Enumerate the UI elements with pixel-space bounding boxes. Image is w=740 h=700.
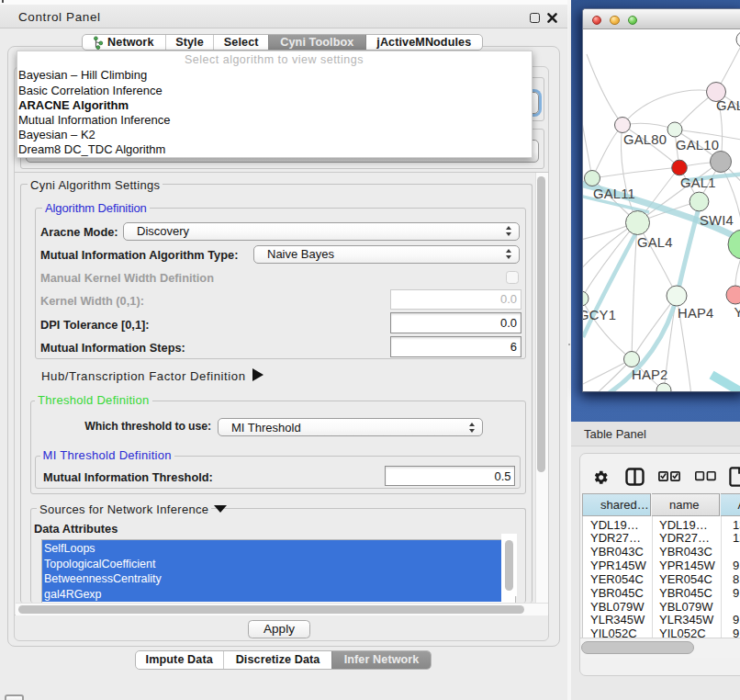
list-scrollbar-thumb[interactable]: [505, 540, 513, 591]
table-cell[interactable]: 13.: [733, 519, 740, 533]
tab-select[interactable]: Select: [213, 35, 268, 51]
table-body[interactable]: YDL19… YDL19… 13. YDR27… YDR27… 12. YBR0…: [582, 516, 740, 638]
list-item[interactable]: BetweennessCentrality: [44, 571, 411, 587]
tab-infer-network[interactable]: Infer Network: [331, 651, 431, 669]
select-all-icon[interactable]: [658, 471, 681, 481]
table-cell[interactable]: YIL052C: [659, 627, 706, 638]
table-cell[interactable]: YDL19…: [659, 519, 708, 533]
node-label: GAL11: [593, 186, 635, 201]
mi-threshold-field[interactable]: 0.5: [385, 466, 516, 486]
expand-arrow-icon[interactable]: [252, 368, 263, 381]
which-threshold-combobox[interactable]: MI Threshold: [218, 418, 483, 436]
document-icon[interactable]: [729, 467, 740, 487]
tab-style-label: Style: [175, 36, 204, 49]
table-cell[interactable]: 9.: [733, 587, 740, 601]
column-header-third[interactable]: A: [721, 493, 740, 516]
mi-type-combobox[interactable]: Naive Bayes: [253, 245, 520, 264]
minimize-traffic-light[interactable]: [610, 16, 620, 26]
dpi-tolerance-field[interactable]: 0.0: [390, 312, 521, 333]
table-cell[interactable]: YBR045C: [590, 587, 644, 601]
split-columns-icon[interactable]: [625, 468, 645, 486]
zoom-traffic-light[interactable]: [628, 16, 638, 26]
deselect-all-icon[interactable]: [695, 471, 717, 480]
table-cell[interactable]: YBL079W: [659, 601, 713, 615]
close-icon[interactable]: [547, 13, 557, 23]
tab-style[interactable]: Style: [165, 35, 214, 51]
mi-type-label: Mutual Information Algorithm Type:: [40, 248, 238, 262]
tab-cyni-toolbox-label: Cyni Toolbox: [280, 36, 353, 49]
table-cell[interactable]: YDR27…: [659, 532, 710, 546]
node-label: GCY1: [583, 308, 616, 322]
kernel-width-field[interactable]: 0.0: [390, 289, 521, 310]
apply-button-label: Apply: [263, 622, 295, 636]
network-view-window[interactable]: GAL GAL80 GAL10 GAL1 GAL11 SWI4 GAL4 GCY…: [582, 8, 740, 392]
table-hscrollbar-thumb[interactable]: [581, 641, 694, 654]
tab-impute-data[interactable]: Impute Data: [136, 651, 223, 669]
table-cell[interactable]: YPR145W: [590, 559, 646, 573]
data-attributes-label: Data Attributes: [34, 522, 118, 536]
node-label: GAL4: [637, 235, 673, 250]
close-traffic-light[interactable]: [592, 16, 602, 26]
list-item[interactable]: TopologicalCoefficient: [44, 557, 411, 572]
tab-network[interactable]: Network: [83, 35, 165, 51]
table-cell[interactable]: YPR145W: [659, 559, 715, 573]
mi-threshold-title: MI Threshold Definition: [40, 448, 174, 462]
apply-button[interactable]: Apply: [248, 620, 310, 638]
gear-icon[interactable]: [593, 469, 610, 486]
tab-cyni-toolbox[interactable]: Cyni Toolbox: [268, 35, 365, 51]
popup-item[interactable]: Dream8 DC_TDC Algorithm: [18, 142, 165, 157]
mi-steps-label: Mutual Information Steps:: [40, 341, 185, 355]
table-cell[interactable]: 9.: [733, 559, 740, 573]
column-header-shared-label: shared…: [600, 498, 649, 512]
network-graph[interactable]: GAL GAL80 GAL10 GAL1 GAL11 SWI4 GAL4 GCY…: [583, 29, 740, 392]
table-cell[interactable]: YLR345W: [659, 614, 713, 627]
column-header-shared[interactable]: shared…: [582, 493, 651, 516]
popup-item[interactable]: Bayesian – K2: [18, 128, 95, 142]
tab-network-label: Network: [107, 36, 153, 49]
node-label: HAP2: [632, 367, 667, 382]
top-edge-mark: [2, 0, 4, 3]
table-cell[interactable]: YDL19…: [590, 519, 639, 533]
kernel-width-label: Kernel Width (0,1):: [40, 294, 144, 308]
aracne-mode-combobox[interactable]: Discovery: [123, 222, 520, 241]
vertical-scrollbar-thumb[interactable]: [537, 176, 545, 472]
table-cell[interactable]: 8.: [733, 573, 740, 587]
control-panel-tabs: Network Style Select Cyni Toolbox jActiv…: [82, 34, 483, 51]
popup-item[interactable]: Basic Correlation Inference: [18, 84, 163, 98]
which-threshold-label: Which threshold to use:: [84, 420, 211, 433]
network-thick-edges: [583, 174, 740, 392]
column-header-name[interactable]: name: [652, 493, 720, 516]
table-cell[interactable]: YBR043C: [659, 546, 712, 559]
table-cell[interactable]: YIL052C: [590, 627, 637, 638]
node-label: Y: [734, 305, 740, 320]
table-cell[interactable]: YBR045C: [659, 587, 712, 601]
float-window-icon[interactable]: [530, 13, 540, 23]
aracne-mode-label: Aracne Mode:: [40, 225, 118, 239]
table-cell[interactable]: YLR345W: [590, 614, 645, 627]
collapse-arrow-icon[interactable]: [214, 505, 227, 513]
control-panel-title: Control Panel: [18, 10, 101, 24]
table-cell[interactable]: 9.: [733, 614, 740, 627]
stepper-icon: [506, 249, 512, 260]
table-cell[interactable]: YBR043C: [590, 546, 644, 559]
table-cell[interactable]: YBL079W: [590, 601, 645, 615]
popup-item[interactable]: Bayesian – Hill Climbing: [18, 68, 147, 83]
mi-steps-field[interactable]: 6: [390, 336, 521, 357]
list-item[interactable]: SelfLoops: [44, 541, 411, 557]
corner-button[interactable]: [5, 694, 24, 700]
table-cell[interactable]: 12.: [733, 532, 740, 546]
which-threshold-value: MI Threshold: [231, 421, 301, 435]
table-cell[interactable]: 9.: [733, 627, 740, 638]
network-icon: [94, 36, 104, 48]
horizontal-scrollbar-thumb[interactable]: [18, 605, 524, 614]
popup-item[interactable]: ARACNE Algorithm: [18, 98, 129, 113]
list-item[interactable]: gal4RGexp: [44, 587, 411, 603]
table-cell[interactable]: YDR27…: [590, 532, 641, 546]
table-cell[interactable]: YER054C: [659, 573, 712, 587]
network-window-titlebar[interactable]: [583, 9, 740, 29]
tab-discretize-data[interactable]: Discretize Data: [223, 651, 331, 669]
table-cell[interactable]: YER054C: [590, 573, 644, 587]
tab-jactivemnodules[interactable]: jActiveMNodules: [365, 35, 482, 51]
popup-item[interactable]: Mutual Information Inference: [18, 113, 170, 128]
manual-kernel-checkbox[interactable]: [506, 271, 519, 284]
